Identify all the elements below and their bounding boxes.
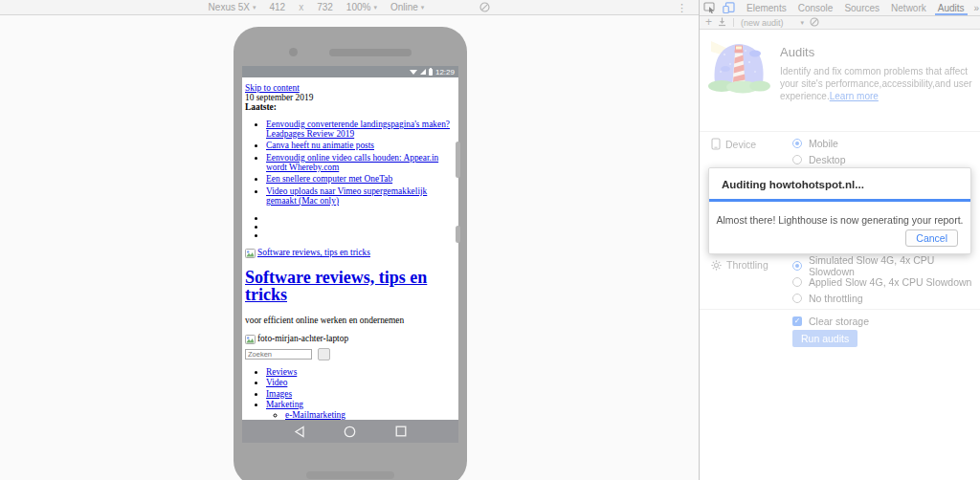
auditing-dialog-message: Almost there! Lighthouse is now generati… (709, 214, 970, 226)
divider (700, 309, 980, 310)
network-select-value: Online (390, 2, 418, 12)
skip-to-content-link[interactable]: Skip to content (245, 83, 300, 93)
latest-posts-list: Eenvoudig converterende landingspagina's… (245, 120, 456, 207)
android-nav-bar (242, 420, 458, 443)
checkbox-label: Clear storage (809, 316, 869, 327)
post-link[interactable]: Canva heeft nu animatie posts (266, 141, 374, 150)
android-recents-button[interactable] (395, 425, 407, 437)
site-title-link[interactable]: Software reviews, tips en tricks (245, 268, 427, 304)
page-scrollbar-thumb[interactable] (456, 142, 460, 178)
main-nav-list: Reviews Video Images Marketing e-Mailmar… (245, 368, 456, 420)
post-link[interactable]: Video uploads naar Vimeo supergemakkelij… (266, 186, 427, 206)
phone-frame: 12:29 Skip to content 10 september 2019 … (234, 27, 467, 480)
list-item: Video uploads naar Vimeo supergemakkelij… (266, 187, 456, 207)
cancel-audit-button[interactable]: Cancel (905, 229, 958, 247)
list-item: Marketing e-Mailmarketing Social media m… (266, 401, 456, 420)
toolbar-kebab-icon[interactable]: ⋮ (677, 0, 687, 15)
new-audit-icon[interactable]: + (705, 18, 712, 27)
clear-audits-icon[interactable] (810, 17, 819, 29)
learn-more-link[interactable]: Learn more (830, 91, 879, 101)
audits-title: Audits (780, 45, 976, 59)
radio-label: Simulated Slow 4G, 4x CPU Slowdown (809, 254, 980, 277)
wifi-icon (410, 70, 417, 75)
phone-icon (711, 138, 721, 150)
nav-link-reviews[interactable]: Reviews (266, 367, 297, 377)
list-item (266, 223, 456, 231)
radio-label: Applied Slow 4G, 4x CPU Slowdown (809, 276, 971, 288)
auditing-dialog: Auditing howtohotspot.nl... Almost there… (708, 167, 971, 254)
radio-mobile[interactable]: Mobile (792, 135, 846, 151)
nav-link-emailmarketing[interactable]: e-Mailmarketing (285, 410, 345, 420)
tab-network[interactable]: Network (885, 0, 932, 15)
radio-label: No throttling (809, 293, 863, 304)
post-link[interactable]: Een snellere computer met OneTab (266, 174, 392, 184)
import-audit-icon[interactable] (718, 17, 726, 28)
radio-selected-icon (792, 139, 802, 148)
android-status-bar: 12:29 (242, 66, 458, 77)
radio-simulated-throttling[interactable]: Simulated Slow 4G, 4x CPU Slowdown (792, 257, 980, 273)
rotate-disabled-icon[interactable] (479, 2, 490, 12)
logo-alt-link[interactable]: Software reviews, tips en tricks (257, 249, 370, 258)
run-audits-button[interactable]: Run audits (792, 330, 858, 347)
more-tabs-icon[interactable]: » (970, 0, 980, 15)
tab-console[interactable]: Console (792, 0, 839, 15)
phone-speaker (329, 49, 412, 56)
site-tagline: voor efficient online werken en ondernem… (245, 316, 456, 326)
photo-alt-text: foto-mirjan-achter-laptop (257, 335, 348, 344)
checkbox-checked-icon: ✓ (792, 316, 802, 326)
chevron-down-icon: ▾ (801, 19, 805, 27)
android-back-button[interactable] (294, 425, 305, 438)
tab-elements[interactable]: Elements (741, 0, 792, 15)
site-title-heading: Software reviews, tips en tricks (245, 269, 446, 303)
android-home-button[interactable] (344, 425, 356, 438)
list-item: Eenvoudig converterende landingspagina's… (266, 120, 456, 140)
list-item: e-Mailmarketing (285, 411, 456, 420)
audits-panel-body: Audits Identify and fix common problems … (700, 30, 980, 480)
zoom-select-value: 100% (346, 2, 371, 12)
audit-select-value: (new audit) (741, 18, 784, 28)
device-select-value: Nexus 5X (209, 2, 250, 12)
chevron-down-icon: ▾ (253, 4, 256, 11)
list-item (266, 214, 456, 223)
auditing-dialog-title: Auditing howtohotspot.nl... (722, 179, 864, 190)
broken-image-icon (245, 249, 256, 259)
page-scrollbar-thumb[interactable] (456, 226, 460, 243)
radio-desktop[interactable]: Desktop (792, 151, 846, 167)
radio-applied-throttling[interactable]: Applied Slow 4G, 4x CPU Slowdown (792, 273, 980, 290)
nav-link-video[interactable]: Video (266, 378, 287, 387)
clear-storage-checkbox[interactable]: ✓ Clear storage (792, 313, 869, 329)
post-link[interactable]: Eenvoudig online video calls houden: App… (266, 153, 438, 172)
search-submit-button[interactable] (318, 348, 330, 360)
nav-link-images[interactable]: Images (266, 389, 292, 399)
throttling-label-text: Throttling (726, 259, 768, 271)
chevron-down-icon: ▾ (373, 4, 377, 11)
search-form (245, 348, 456, 360)
phone-camera (289, 48, 298, 56)
audit-select[interactable]: (new audit) ▾ (741, 18, 804, 28)
zoom-select[interactable]: 100% ▾ (346, 2, 377, 12)
viewport-width-input[interactable]: 412 (269, 2, 285, 12)
radio-icon (792, 155, 802, 164)
divider (700, 131, 980, 132)
audit-progress-bar (709, 199, 970, 202)
photo-broken-image: foto-mirjan-achter-laptop (245, 335, 456, 345)
radio-label: Mobile (809, 138, 838, 149)
search-input[interactable] (245, 349, 312, 360)
tab-audits[interactable]: Audits (932, 0, 970, 15)
nav-link-marketing[interactable]: Marketing (266, 400, 303, 409)
battery-icon (429, 69, 433, 76)
throttling-section-label: Throttling (711, 259, 768, 271)
viewport-height-input[interactable]: 732 (317, 2, 333, 12)
signal-icon (420, 69, 426, 75)
toggle-device-toolbar-icon[interactable] (719, 0, 739, 15)
devtools-tab-bar: Elements Console Sources Network Audits … (700, 0, 980, 16)
network-throttle-select[interactable]: Online ▾ (390, 2, 424, 12)
emulation-canvas: 12:29 Skip to content 10 september 2019 … (0, 15, 699, 480)
tab-sources[interactable]: Sources (838, 0, 885, 15)
radio-no-throttling[interactable]: No throttling (792, 290, 980, 306)
list-item: Canva heeft nu animatie posts (266, 142, 456, 151)
inspect-element-icon[interactable] (700, 0, 719, 15)
device-select[interactable]: Nexus 5X ▾ (209, 2, 256, 12)
post-link[interactable]: Eenvoudig converterende landingspagina's… (266, 120, 450, 139)
device-label-text: Device (725, 139, 756, 150)
